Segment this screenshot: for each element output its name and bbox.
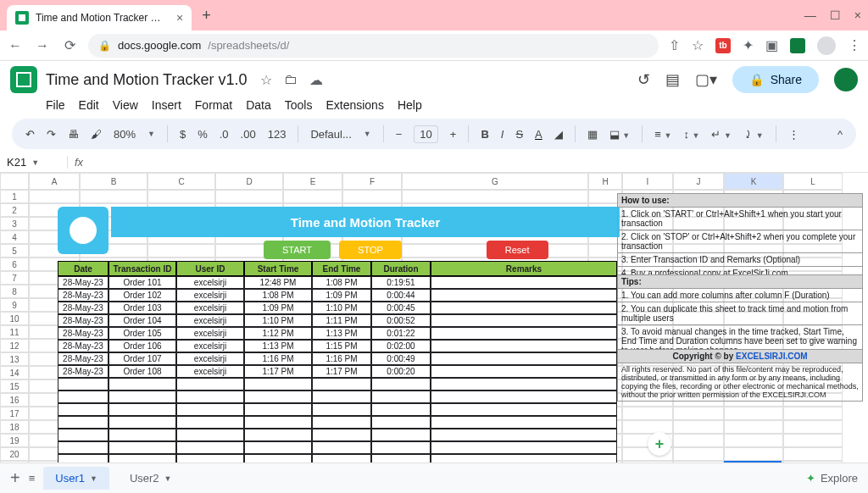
reset-button[interactable]: Reset [487, 241, 548, 259]
cell[interactable] [80, 190, 147, 203]
menu-insert[interactable]: Insert [152, 98, 181, 112]
table-row[interactable]: 28-May-23Order 105excelsirji1:12 PM1:13 … [58, 327, 617, 340]
undo-icon[interactable]: ↶ [25, 128, 35, 141]
row-header[interactable]: 14 [0, 366, 29, 379]
row-header[interactable]: 5 [0, 244, 29, 258]
row-header[interactable]: 2 [0, 203, 29, 217]
table-row[interactable]: 28-May-23Order 106excelsirji1:13 PM1:15 … [58, 340, 617, 352]
user-avatar[interactable] [834, 68, 858, 91]
zoom-select[interactable]: 80% [114, 128, 136, 141]
increase-decimal-icon[interactable]: .00 [241, 128, 256, 141]
extension-1-icon[interactable]: tb [715, 38, 731, 53]
back-icon[interactable]: ← [7, 38, 24, 53]
italic-icon[interactable]: I [501, 128, 504, 141]
cell[interactable] [622, 420, 673, 434]
menu-format[interactable]: Format [195, 98, 232, 112]
spreadsheet-grid[interactable]: /*placeholder*/ 123456789101112131415161… [0, 173, 868, 476]
borders-icon[interactable]: ▦ [587, 128, 598, 141]
row-header[interactable]: 20 [0, 447, 29, 461]
table-row[interactable] [58, 391, 617, 403]
row-header[interactable]: 7 [0, 271, 29, 285]
halign-icon[interactable]: ≡ ▼ [654, 128, 671, 141]
address-bar[interactable]: 🔒 docs.google.com/spreadsheets/d/ [88, 34, 659, 58]
google-sheets-logo-icon[interactable] [10, 66, 37, 93]
minimize-icon[interactable]: — [804, 8, 816, 22]
cell[interactable] [147, 190, 215, 203]
cell[interactable] [215, 190, 283, 203]
cell[interactable] [724, 447, 783, 461]
cell[interactable] [673, 420, 724, 434]
row-header[interactable]: 11 [0, 325, 29, 339]
sheet-body[interactable]: Time and Motion Tracker START STOP Reset… [29, 190, 868, 476]
font-size-plus[interactable]: + [450, 128, 457, 141]
cloud-status-icon[interactable]: ☁ [309, 72, 323, 88]
start-button[interactable]: START [264, 241, 331, 259]
font-select[interactable]: Defaul... [310, 128, 351, 141]
valign-icon[interactable]: ↕ ▼ [683, 128, 699, 141]
sheet-tab-user1[interactable]: User1▼ [43, 467, 109, 490]
table-row[interactable] [58, 416, 617, 429]
explore-button[interactable]: ✦Explore [806, 472, 858, 485]
col-header-J[interactable]: J [673, 173, 724, 190]
cell[interactable] [622, 407, 673, 420]
merge-icon[interactable]: ⬓ ▼ [609, 128, 631, 141]
table-row[interactable]: 28-May-23Order 104excelsirji1:10 PM1:11 … [58, 314, 617, 327]
name-box[interactable]: K21▼ [0, 156, 68, 169]
menu-help[interactable]: Help [398, 98, 422, 112]
row-header[interactable]: 1 [0, 190, 29, 203]
new-tab-button[interactable]: + [202, 7, 211, 25]
cell[interactable] [783, 447, 843, 461]
move-icon[interactable]: 🗀 [284, 72, 298, 88]
toolbar-collapse-icon[interactable]: ^ [837, 128, 843, 141]
col-header-K[interactable]: K [724, 173, 783, 190]
row-header[interactable]: 4 [0, 230, 29, 244]
row-header[interactable]: 16 [0, 393, 29, 407]
menu-edit[interactable]: Edit [79, 98, 99, 112]
font-size-minus[interactable]: − [396, 128, 403, 141]
col-header-L[interactable]: L [783, 173, 843, 190]
row-header[interactable]: 19 [0, 434, 29, 447]
currency-icon[interactable]: $ [180, 128, 186, 141]
cell[interactable] [783, 434, 843, 447]
share-button[interactable]: 🔒 Share [732, 66, 819, 93]
extension-excel-icon[interactable] [790, 38, 805, 53]
row-header[interactable]: 18 [0, 420, 29, 434]
menu-extensions[interactable]: Extensions [326, 98, 383, 112]
cell[interactable] [724, 407, 783, 420]
cell[interactable] [724, 420, 783, 434]
text-color-icon[interactable]: A [535, 128, 542, 141]
row-header[interactable]: 6 [0, 258, 29, 271]
cell[interactable] [283, 190, 342, 203]
cell[interactable] [402, 190, 588, 203]
reading-list-icon[interactable]: ▣ [765, 37, 778, 53]
sheet-tab-user2[interactable]: User2▼ [118, 467, 184, 490]
maximize-icon[interactable]: ☐ [830, 8, 841, 22]
row-header[interactable]: 3 [0, 217, 29, 230]
cell[interactable] [342, 190, 402, 203]
table-row[interactable]: 28-May-23Order 103excelsirji1:09 PM1:10 … [58, 302, 617, 314]
table-row[interactable] [58, 403, 617, 416]
row-header[interactable]: 13 [0, 352, 29, 366]
cell[interactable] [673, 407, 724, 420]
cell[interactable] [783, 407, 843, 420]
fill-color-icon[interactable]: ◢ [554, 128, 563, 141]
profile-icon[interactable] [817, 36, 836, 55]
table-row[interactable] [58, 441, 617, 454]
row-header[interactable]: 9 [0, 298, 29, 312]
meet-icon[interactable]: ▢▾ [695, 70, 717, 89]
menu-file[interactable]: File [46, 98, 65, 112]
table-row[interactable]: 28-May-23Order 108excelsirji1:17 PM1:17 … [58, 365, 617, 378]
format-number-icon[interactable]: 123 [268, 128, 287, 141]
table-row[interactable]: 28-May-23Order 101excelsirji12:48 PM1:08… [58, 276, 617, 289]
font-size-input[interactable]: 10 [420, 128, 431, 141]
cell[interactable] [783, 420, 843, 434]
row-header[interactable]: 10 [0, 312, 29, 325]
table-row[interactable] [58, 378, 617, 391]
redo-icon[interactable]: ↷ [47, 128, 56, 141]
rotate-icon[interactable]: ⤸ ▼ [743, 128, 764, 141]
table-row[interactable] [58, 429, 617, 441]
col-header-D[interactable]: D [215, 173, 283, 190]
cell[interactable] [724, 434, 783, 447]
cell[interactable] [29, 190, 80, 203]
stop-button[interactable]: STOP [339, 241, 402, 259]
